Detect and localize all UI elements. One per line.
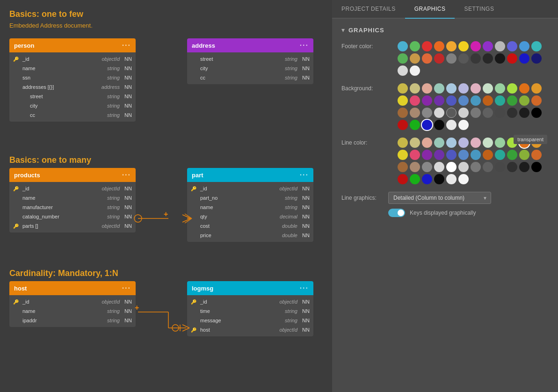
line-color-dot[interactable] (495, 138, 505, 148)
background-color-dot[interactable] (483, 83, 493, 94)
footer-color-dot[interactable] (471, 53, 481, 64)
background-color-dot[interactable] (410, 120, 420, 130)
background-color-dot[interactable] (398, 83, 408, 94)
footer-color-dot[interactable] (495, 53, 505, 64)
background-color-dot[interactable] (483, 95, 493, 106)
footer-color-dot[interactable] (422, 53, 432, 64)
line-color-dot[interactable] (410, 162, 420, 172)
footer-color-dot[interactable] (434, 41, 444, 51)
line-color-dot[interactable] (446, 162, 457, 172)
footer-color-dot[interactable] (531, 53, 542, 64)
background-color-dot[interactable] (422, 108, 432, 118)
line-color-dot[interactable] (446, 138, 457, 148)
background-color-dot[interactable] (422, 83, 432, 94)
line-color-dot[interactable] (507, 138, 517, 148)
line-color-dot[interactable] (483, 162, 493, 172)
tab-graphics[interactable]: GRAPHICS (405, 0, 455, 19)
background-color-dot[interactable] (410, 108, 420, 118)
address-table-dots[interactable]: ··· (300, 41, 309, 50)
line-color-dot[interactable] (434, 150, 444, 160)
footer-color-dot[interactable] (410, 53, 420, 64)
background-color-dot[interactable] (458, 108, 469, 118)
line-color-dot[interactable] (483, 150, 493, 160)
background-color-dot[interactable] (434, 120, 444, 130)
footer-color-dot[interactable] (446, 41, 457, 51)
background-color-dot[interactable] (507, 95, 517, 106)
line-color-dot[interactable] (471, 162, 481, 172)
line-color-dot[interactable] (398, 162, 408, 172)
background-color-dot[interactable] (446, 95, 457, 106)
footer-color-dot[interactable] (410, 41, 420, 51)
background-color-dot[interactable] (495, 95, 505, 106)
line-color-dot[interactable] (446, 174, 457, 184)
line-color-dot[interactable] (422, 138, 432, 148)
footer-color-dot[interactable] (398, 53, 408, 64)
logmsg-table-dots[interactable]: ··· (300, 284, 309, 292)
background-color-dot[interactable] (471, 83, 481, 94)
background-color-dot[interactable] (446, 83, 457, 94)
line-color-dot[interactable] (398, 138, 408, 148)
line-color-dot[interactable] (531, 138, 542, 148)
part-table-dots[interactable]: ··· (300, 171, 309, 179)
line-color-dot[interactable] (422, 150, 432, 160)
products-table-dots[interactable]: ··· (122, 171, 131, 179)
background-color-dot[interactable] (434, 95, 444, 106)
footer-color-dot[interactable] (507, 41, 517, 51)
footer-color-dot[interactable] (422, 41, 432, 51)
background-color-dot[interactable] (458, 95, 469, 106)
background-color-dot[interactable] (458, 83, 469, 94)
line-color-dot[interactable] (446, 150, 457, 160)
background-color-dot[interactable] (422, 120, 432, 130)
line-color-dot[interactable] (434, 162, 444, 172)
line-color-dot[interactable] (434, 138, 444, 148)
background-color-dot[interactable] (507, 108, 517, 118)
line-color-dot[interactable] (471, 150, 481, 160)
line-color-dot[interactable] (519, 150, 529, 160)
line-color-dot[interactable] (519, 138, 529, 148)
footer-color-dot[interactable] (519, 41, 529, 51)
footer-color-dot[interactable] (483, 41, 493, 51)
line-color-dot[interactable] (458, 150, 469, 160)
background-color-dot[interactable] (519, 108, 529, 118)
background-color-dot[interactable] (446, 108, 457, 118)
background-color-dot[interactable] (434, 83, 444, 94)
background-color-dot[interactable] (422, 95, 432, 106)
line-color-dot[interactable] (410, 174, 420, 184)
background-color-dot[interactable] (531, 83, 542, 94)
line-color-dot[interactable] (410, 150, 420, 160)
line-color-dot[interactable] (422, 174, 432, 184)
footer-color-dot[interactable] (458, 41, 469, 51)
footer-color-dot[interactable] (398, 41, 408, 51)
background-color-dot[interactable] (471, 95, 481, 106)
footer-color-dot[interactable] (446, 53, 457, 64)
line-color-dot[interactable] (410, 138, 420, 148)
person-table-dots[interactable]: ··· (122, 41, 131, 50)
footer-color-dot[interactable] (410, 65, 420, 76)
footer-color-dot[interactable] (458, 53, 469, 64)
footer-color-dot[interactable] (398, 65, 408, 76)
background-color-dot[interactable] (531, 95, 542, 106)
line-color-dot[interactable] (531, 150, 542, 160)
background-color-dot[interactable] (519, 83, 529, 94)
background-color-dot[interactable] (434, 108, 444, 118)
footer-color-dot[interactable] (531, 41, 542, 51)
line-color-dot[interactable] (507, 150, 517, 160)
line-color-dot[interactable] (458, 138, 469, 148)
line-color-dot[interactable] (422, 162, 432, 172)
host-table-dots[interactable]: ··· (122, 284, 131, 292)
line-graphics-select[interactable]: Detailed (Column to column) (388, 192, 491, 204)
background-color-dot[interactable] (398, 95, 408, 106)
line-color-dot[interactable] (458, 174, 469, 184)
line-color-dot[interactable] (458, 162, 469, 172)
footer-color-dot[interactable] (471, 41, 481, 51)
background-color-dot[interactable] (507, 83, 517, 94)
background-color-dot[interactable] (398, 108, 408, 118)
footer-color-dot[interactable] (507, 53, 517, 64)
footer-color-dot[interactable] (483, 53, 493, 64)
background-color-dot[interactable] (531, 108, 542, 118)
background-color-dot[interactable] (483, 108, 493, 118)
line-color-dot[interactable] (398, 174, 408, 184)
background-color-dot[interactable] (458, 120, 469, 130)
line-color-dot[interactable] (507, 162, 517, 172)
line-color-dot[interactable] (495, 150, 505, 160)
